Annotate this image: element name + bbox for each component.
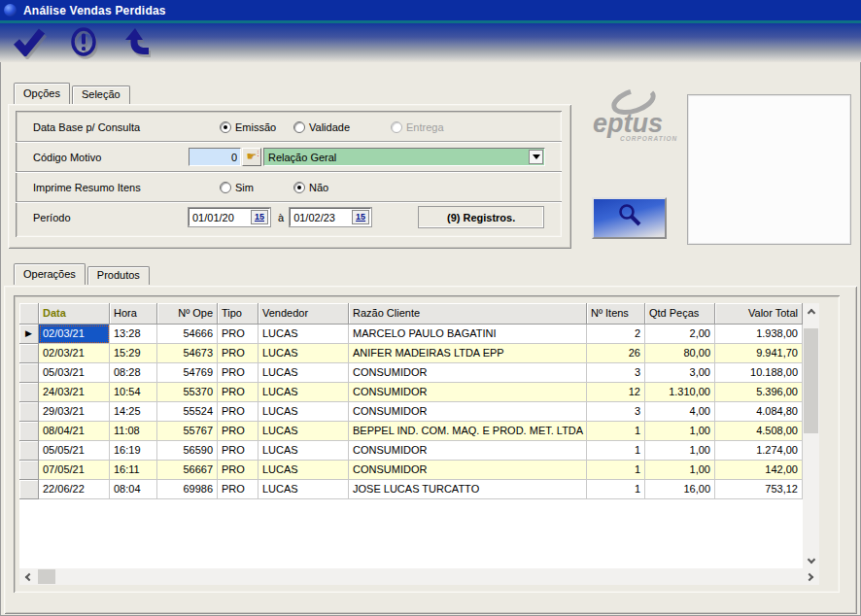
radio-sim[interactable]: Sim	[220, 182, 286, 193]
date-to-field[interactable]: 01/02/23 15	[290, 208, 371, 226]
row-indicator[interactable]	[19, 461, 39, 480]
column-header-4[interactable]: Vendedor	[258, 303, 349, 325]
cell-Hora[interactable]: 13:28	[110, 325, 157, 344]
cell-Tipo[interactable]: PRO	[218, 480, 258, 499]
row-indicator[interactable]	[19, 422, 39, 441]
cell-Qtd Peças[interactable]: 1,00	[645, 441, 715, 461]
cell-Nº Itens[interactable]: 12	[587, 383, 645, 402]
column-header-8[interactable]: Valor Total	[715, 303, 803, 325]
info-button[interactable]	[62, 25, 105, 60]
cell-Data[interactable]: 07/05/21	[39, 461, 110, 480]
cell-Nº Itens[interactable]: 1	[587, 422, 645, 441]
cell-Qtd Peças[interactable]: 1.310,00	[645, 383, 715, 402]
cell-Valor Total[interactable]: 4.508,00	[715, 422, 803, 441]
horizontal-scrollbar[interactable]	[19, 568, 819, 585]
cell-Data[interactable]: 02/03/21	[39, 325, 110, 344]
radio-nao[interactable]: Não	[293, 182, 360, 193]
cell-Vendedor[interactable]: LUCAS	[258, 480, 349, 499]
cell-Data[interactable]: 08/04/21	[39, 422, 110, 441]
cell-Razão Cliente[interactable]: CONSUMIDOR	[349, 461, 587, 480]
row-indicator[interactable]	[19, 383, 39, 402]
cell-Hora[interactable]: 15:29	[110, 344, 157, 363]
cell-Razão Cliente[interactable]: CONSUMIDOR	[349, 402, 587, 422]
scroll-down-button[interactable]	[803, 553, 819, 568]
cell-Razão Cliente[interactable]: BEPPEL IND. COM. MAQ. E PROD. MET. LTDA	[349, 422, 587, 441]
cell-Qtd Peças[interactable]: 16,00	[645, 480, 715, 499]
cell-Valor Total[interactable]: 753,12	[715, 480, 803, 499]
cell-Vendedor[interactable]: LUCAS	[258, 441, 349, 461]
cell-Razão Cliente[interactable]: JOSE LUCAS TURCATTO	[349, 480, 587, 499]
scroll-right-button[interactable]	[803, 569, 819, 585]
cell-Vendedor[interactable]: LUCAS	[258, 461, 349, 480]
cell-Tipo[interactable]: PRO	[218, 325, 258, 344]
cell-Razão Cliente[interactable]: CONSUMIDOR	[349, 363, 587, 383]
column-header-6[interactable]: Nº Itens	[587, 303, 645, 325]
horizontal-scrollbar-thumb[interactable]	[38, 569, 55, 584]
cell-Data[interactable]: 02/03/21	[39, 344, 110, 363]
cell-Nº Itens[interactable]: 3	[587, 402, 645, 422]
vertical-scrollbar[interactable]	[803, 303, 819, 568]
row-indicator[interactable]	[19, 402, 39, 422]
confirm-button[interactable]	[8, 25, 51, 60]
tab-produtos[interactable]: Produtos	[87, 266, 150, 285]
cell-Nº Ope[interactable]: 55524	[157, 402, 218, 422]
column-header-3[interactable]: Tipo	[218, 303, 258, 325]
cell-Nº Itens[interactable]: 3	[587, 363, 645, 383]
cell-Valor Total[interactable]: 4.084,80	[715, 402, 803, 422]
cell-Data[interactable]: 05/03/21	[39, 363, 110, 383]
cell-Nº Ope[interactable]: 56667	[157, 461, 218, 480]
cell-Tipo[interactable]: PRO	[218, 383, 258, 402]
cell-Hora[interactable]: 16:11	[110, 461, 157, 480]
cell-Vendedor[interactable]: LUCAS	[258, 344, 349, 363]
cell-Hora[interactable]: 16:19	[110, 441, 157, 461]
cell-Vendedor[interactable]: LUCAS	[258, 363, 349, 383]
cell-Tipo[interactable]: PRO	[218, 441, 258, 461]
cell-Valor Total[interactable]: 1.274,00	[715, 441, 803, 461]
cell-Data[interactable]: 22/06/22	[39, 480, 110, 499]
cell-Qtd Peças[interactable]: 4,00	[645, 402, 715, 422]
cell-Nº Itens[interactable]: 1	[587, 441, 645, 461]
cell-Nº Ope[interactable]: 69986	[157, 480, 218, 499]
cell-Qtd Peças[interactable]: 1,00	[645, 461, 715, 480]
cell-Vendedor[interactable]: LUCAS	[258, 422, 349, 441]
cell-Hora[interactable]: 14:25	[110, 402, 157, 422]
back-button[interactable]	[117, 25, 159, 60]
tab-opcoes[interactable]: Opções	[14, 83, 70, 104]
cell-Hora[interactable]: 08:28	[110, 363, 157, 383]
cell-Qtd Peças[interactable]: 3,00	[645, 363, 715, 383]
cell-Data[interactable]: 24/03/21	[39, 383, 110, 402]
cell-Valor Total[interactable]: 9.941,70	[715, 344, 803, 363]
cell-Tipo[interactable]: PRO	[218, 363, 258, 383]
date-from-field[interactable]: 01/01/20 15	[189, 208, 270, 226]
codigo-motivo-input[interactable]	[189, 148, 241, 166]
row-indicator[interactable]	[19, 441, 39, 461]
cell-Nº Itens[interactable]: 26	[587, 344, 645, 363]
cell-Valor Total[interactable]: 1.938,00	[715, 325, 803, 344]
column-header-1[interactable]: Hora	[110, 303, 157, 325]
cell-Nº Ope[interactable]: 54673	[157, 344, 218, 363]
column-header-2[interactable]: Nº Ope	[157, 303, 218, 325]
row-indicator[interactable]	[19, 480, 39, 499]
cell-Hora[interactable]: 10:54	[110, 383, 157, 402]
row-indicator[interactable]	[19, 363, 39, 383]
cell-Tipo[interactable]: PRO	[218, 422, 258, 441]
cell-Razão Cliente[interactable]: ANIFER MADEIRAS LTDA EPP	[349, 344, 587, 363]
cell-Razão Cliente[interactable]: CONSUMIDOR	[349, 383, 587, 402]
cell-Razão Cliente[interactable]: MARCELO PAULO BAGATINI	[349, 325, 587, 344]
tab-selecao[interactable]: Seleção	[72, 86, 130, 104]
scroll-left-button[interactable]	[19, 569, 36, 585]
vertical-scrollbar-thumb[interactable]	[804, 328, 818, 433]
cell-Nº Ope[interactable]: 55370	[157, 383, 218, 402]
cell-Qtd Peças[interactable]: 1,00	[645, 422, 715, 441]
scroll-up-button[interactable]	[803, 303, 819, 319]
cell-Vendedor[interactable]: LUCAS	[258, 325, 349, 344]
lookup-button[interactable]: ☛⋮	[242, 148, 261, 166]
cell-Razão Cliente[interactable]: CONSUMIDOR	[349, 441, 587, 461]
cell-Tipo[interactable]: PRO	[218, 461, 258, 480]
calendar-button-to[interactable]: 15	[352, 210, 369, 224]
search-button[interactable]	[592, 197, 667, 239]
cell-Nº Itens[interactable]: 1	[587, 480, 645, 499]
cell-Qtd Peças[interactable]: 80,00	[645, 344, 715, 363]
cell-Valor Total[interactable]: 142,00	[715, 461, 803, 480]
cell-Nº Ope[interactable]: 54666	[157, 325, 218, 344]
